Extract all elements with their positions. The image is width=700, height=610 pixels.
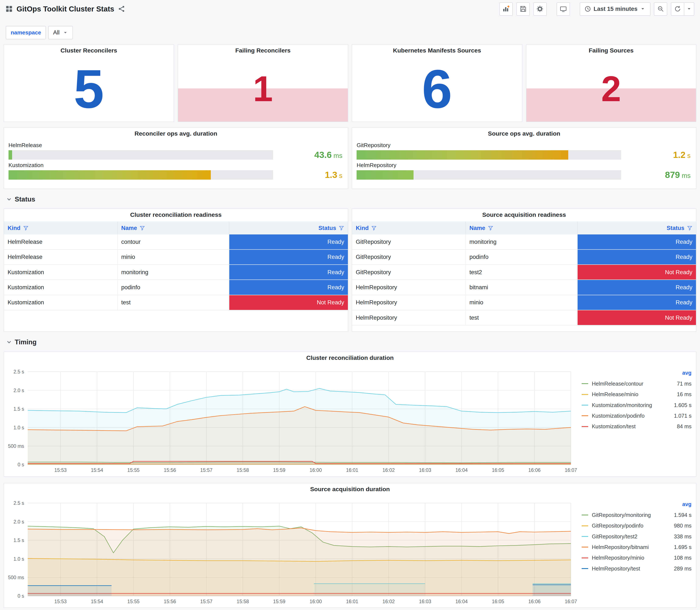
legend-item[interactable]: GitRepository/podinfo980 ms: [582, 520, 691, 531]
gauge-row: GitRepository1.2s: [357, 142, 691, 160]
refresh-button[interactable]: [671, 2, 684, 16]
cell-name: podinfo: [466, 250, 577, 264]
refresh-icon: [674, 6, 681, 12]
legend-item[interactable]: HelmRepository/minio108 ms: [582, 552, 691, 563]
column-header-status[interactable]: Status: [577, 222, 696, 235]
panel-source-acquisition-duration: Source acquisition duration 15:5315:5415…: [4, 483, 696, 608]
legend-item[interactable]: HelmRepository/test289 ms: [582, 563, 691, 574]
cell-status: Not Ready: [229, 295, 348, 310]
save-dashboard-button[interactable]: [516, 2, 530, 16]
gauge-track: [9, 150, 273, 160]
cell-status: Ready: [229, 250, 348, 264]
timeseries-chart[interactable]: 15:5315:5415:5515:5615:5715:5815:5916:00…: [4, 495, 582, 606]
status-badge: Not Ready: [577, 310, 696, 325]
svg-text:1.0 s: 1.0 s: [13, 556, 24, 562]
column-header-kind[interactable]: Kind: [4, 222, 117, 235]
stat-value: 2: [526, 56, 696, 122]
column-header-name[interactable]: Name: [466, 222, 577, 235]
series-name: HelmRelease/minio: [592, 391, 677, 398]
series-name: HelmRepository/test: [592, 566, 674, 572]
refresh-interval-button[interactable]: [684, 2, 694, 16]
cell-name: podinfo: [117, 280, 229, 295]
caret-down-icon: [686, 6, 692, 12]
series-avg-value: 1.594 s: [674, 512, 691, 518]
gauge-track: [9, 170, 273, 180]
timeseries-chart[interactable]: 15:5315:5415:5515:5615:5715:5815:5916:00…: [4, 364, 582, 475]
filter-icon[interactable]: [371, 225, 377, 230]
column-header-kind[interactable]: Kind: [352, 222, 466, 235]
cell-kind: GitRepository: [352, 250, 466, 264]
variable-picker-namespace[interactable]: All: [48, 26, 73, 39]
cell-kind: HelmRepository: [352, 280, 466, 295]
status-badge: Ready: [229, 235, 348, 249]
cell-kind: HelmRepository: [352, 295, 466, 310]
share-icon[interactable]: [118, 5, 125, 12]
save-icon: [520, 5, 526, 12]
legend-item[interactable]: Kustomization/test84 ms: [582, 421, 691, 432]
svg-text:1.5 s: 1.5 s: [13, 406, 24, 412]
gauge-row: HelmRepository879ms: [357, 162, 691, 180]
column-header-name[interactable]: Name: [117, 222, 229, 235]
svg-text:15:55: 15:55: [127, 598, 140, 604]
variables-row: namespace All: [6, 26, 694, 39]
svg-text:15:59: 15:59: [273, 467, 286, 473]
svg-text:16:05: 16:05: [492, 467, 504, 473]
legend-item[interactable]: HelmRelease/minio16 ms: [582, 389, 691, 400]
legend-item[interactable]: HelmRelease/contour71 ms: [582, 378, 691, 389]
gauge-value: 1.2s: [621, 150, 691, 160]
gauge-label: HelmRelease: [9, 142, 343, 148]
filter-icon[interactable]: [140, 225, 145, 230]
table-row: KustomizationmonitoringReady: [4, 264, 348, 280]
tv-icon: [560, 5, 567, 12]
svg-text:15:58: 15:58: [237, 598, 249, 604]
series-name: GitRepository/podinfo: [592, 523, 674, 529]
gauge-label: Kustomization: [9, 162, 343, 168]
legend-item[interactable]: Kustomization/monitoring1.605 s: [582, 400, 691, 411]
svg-text:15:56: 15:56: [164, 467, 176, 473]
svg-text:15:56: 15:56: [164, 598, 176, 604]
legend-item[interactable]: GitRepository/monitoring1.594 s: [582, 510, 691, 520]
cell-name: minio: [117, 250, 229, 264]
gauge-fill: [9, 170, 211, 180]
cell-kind: HelmRepository: [352, 310, 466, 325]
column-header-status[interactable]: Status: [229, 222, 348, 235]
cell-kind: GitRepository: [352, 264, 466, 280]
cell-status: Ready: [229, 264, 348, 280]
cycle-view-mode-button[interactable]: [556, 2, 570, 16]
dashboard-grid-icon[interactable]: [6, 5, 13, 12]
chevron-down-icon: [63, 30, 68, 35]
series-avg-value: 1.071 s: [674, 413, 691, 419]
svg-text:16:03: 16:03: [419, 467, 431, 473]
series-name: HelmRepository/minio: [592, 555, 674, 561]
section-row-timing[interactable]: Timing: [6, 337, 694, 347]
table-row: GitRepositorypodinfoReady: [352, 250, 696, 264]
time-range-picker[interactable]: Last 15 minutes: [580, 2, 650, 16]
series-color-swatch: [582, 415, 588, 416]
status-badge: Ready: [229, 265, 348, 279]
legend-item[interactable]: Kustomization/podinfo1.071 s: [582, 411, 691, 421]
series-avg-value: 289 ms: [674, 566, 691, 572]
legend-avg-header: avg: [582, 370, 691, 378]
zoom-out-time-button[interactable]: [654, 2, 667, 16]
panel-title: Failing Sources: [526, 45, 696, 56]
table-row: HelmRepositorytestNot Ready: [352, 310, 696, 325]
status-badge: Ready: [577, 280, 696, 294]
filter-icon[interactable]: [23, 225, 29, 230]
status-badge: Not Ready: [577, 265, 696, 279]
section-row-status[interactable]: Status: [6, 194, 694, 204]
cell-status: Ready: [229, 235, 348, 249]
gauge-row: Kustomization1.3s: [9, 162, 343, 180]
svg-text:15:53: 15:53: [54, 467, 67, 473]
filter-icon[interactable]: [339, 225, 344, 230]
svg-text:15:55: 15:55: [127, 467, 140, 473]
filter-icon[interactable]: [488, 225, 493, 230]
legend-item[interactable]: HelmRepository/bitnami1.695 s: [582, 542, 691, 552]
grafana-dashboard: GitOps Toolkit Cluster Stats Last 15 min…: [0, 0, 700, 610]
stat-panel-cluster-reconcilers: Cluster Reconcilers5: [4, 44, 174, 122]
table-row: GitRepositorymonitoringReady: [352, 235, 696, 249]
dashboard-settings-button[interactable]: [533, 2, 547, 16]
add-panel-button[interactable]: [500, 2, 513, 16]
filter-icon[interactable]: [687, 225, 693, 230]
cell-name: test: [466, 310, 577, 325]
legend-item[interactable]: GitRepository/test2338 ms: [582, 531, 691, 542]
